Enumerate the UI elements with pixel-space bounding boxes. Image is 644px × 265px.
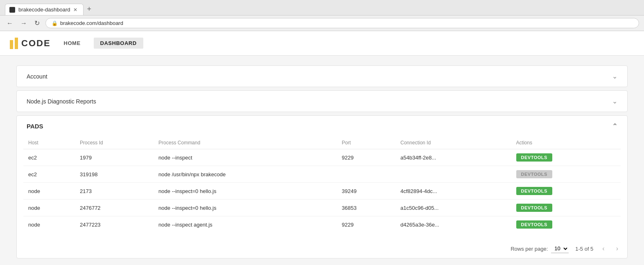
nav-home-link[interactable]: HOME: [64, 38, 81, 48]
cell-process_command-4: node --inspect agent.js: [154, 216, 337, 233]
col-port: Port: [337, 137, 395, 149]
cell-actions-3: DEVTOOLS: [511, 200, 621, 216]
cell-actions-2: DEVTOOLS: [511, 183, 621, 200]
address-bar[interactable]: 🔒 brakecode.com/dashboard: [45, 18, 639, 28]
cell-port-3: 36853: [337, 200, 395, 216]
col-actions: Actions: [511, 137, 621, 149]
logo-bars-icon: [10, 38, 18, 49]
pads-chevron-icon: ⌃: [612, 122, 617, 130]
logo-bar-short: [10, 40, 13, 49]
back-button[interactable]: ←: [5, 19, 15, 28]
browser-chrome: brakecode-dashboard ✕ +: [0, 0, 644, 16]
cell-connection_id-1: [395, 166, 511, 183]
cell-process_id-4: 2477223: [75, 216, 154, 233]
app-header: CODE HOME DASHBOARD: [0, 31, 644, 56]
logo-bar-tall: [15, 38, 18, 49]
cell-host-0: ec2: [23, 149, 75, 166]
nodejs-chevron-icon: ⌄: [612, 97, 617, 105]
col-connection-id: Connection Id: [395, 137, 511, 149]
new-tab-button[interactable]: +: [84, 3, 95, 15]
nodejs-accordion-header[interactable]: Node.js Diagnostic Reports ⌄: [17, 91, 627, 112]
table-row: node2476772node --inspect=0 hello.js3685…: [23, 200, 621, 216]
account-label: Account: [27, 73, 47, 80]
devtools-button-4[interactable]: DEVTOOLS: [516, 220, 552, 229]
pads-header[interactable]: PADS ⌃: [17, 116, 627, 137]
pagination: Rows per page: 5102550 1-5 of 5 ‹ ›: [17, 239, 627, 258]
reload-button[interactable]: ↻: [33, 18, 41, 28]
cell-actions-4: DEVTOOLS: [511, 216, 621, 233]
logo-text: CODE: [21, 38, 51, 49]
nav-dashboard-link[interactable]: DASHBOARD: [94, 38, 143, 49]
cell-port-2: 39249: [337, 183, 395, 200]
table-row: ec21979node --inspect9229a54b34ff-2e8...…: [23, 149, 621, 166]
cell-host-3: node: [23, 200, 75, 216]
col-process-id: Process Id: [75, 137, 154, 149]
pads-section: PADS ⌃ Host Process Id Process Command P…: [16, 115, 628, 258]
cell-process_id-3: 2476772: [75, 200, 154, 216]
rows-per-page-label: Rows per page:: [511, 246, 548, 252]
account-accordion: Account ⌄: [16, 65, 628, 87]
account-chevron-icon: ⌄: [612, 72, 617, 80]
cell-port-4: 9229: [337, 216, 395, 233]
account-accordion-header[interactable]: Account ⌄: [17, 66, 627, 87]
cell-host-4: node: [23, 216, 75, 233]
next-page-button[interactable]: ›: [614, 244, 621, 253]
col-process-command: Process Command: [154, 137, 337, 149]
cell-actions-1: DEVTOOLS: [511, 166, 621, 183]
pads-table: Host Process Id Process Command Port Con…: [23, 137, 621, 233]
lock-icon: 🔒: [52, 20, 58, 26]
devtools-button-3[interactable]: DEVTOOLS: [516, 204, 552, 212]
nodejs-label: Node.js Diagnostic Reports: [27, 98, 96, 105]
cell-process_id-2: 2173: [75, 183, 154, 200]
cell-port-0: 9229: [337, 149, 395, 166]
cell-connection_id-0: a54b34ff-2e8...: [395, 149, 511, 166]
browser-tab-active[interactable]: brakecode-dashboard ✕: [5, 4, 84, 15]
rows-per-page-select[interactable]: 5102550: [551, 244, 569, 253]
devtools-button-1[interactable]: DEVTOOLS: [516, 170, 552, 178]
browser-tabs: brakecode-dashboard ✕ +: [5, 3, 639, 15]
forward-button[interactable]: →: [19, 19, 29, 28]
cell-process_id-0: 1979: [75, 149, 154, 166]
cell-process_id-1: 319198: [75, 166, 154, 183]
url-text: brakecode.com/dashboard: [60, 20, 123, 26]
cell-host-2: node: [23, 183, 75, 200]
browser-address-bar: ← → ↻ 🔒 brakecode.com/dashboard: [0, 16, 644, 31]
col-host: Host: [23, 137, 75, 149]
prev-page-button[interactable]: ‹: [600, 244, 607, 253]
pads-table-wrapper: Host Process Id Process Command Port Con…: [17, 137, 627, 239]
table-row: node2173node --inspect=0 hello.js392494c…: [23, 183, 621, 200]
nodejs-accordion: Node.js Diagnostic Reports ⌄: [16, 90, 628, 112]
tab-favicon: [9, 7, 15, 13]
cell-port-1: [337, 166, 395, 183]
devtools-button-0[interactable]: DEVTOOLS: [516, 153, 552, 162]
logo: CODE: [10, 38, 51, 49]
pagination-info: 1-5 of 5: [575, 246, 593, 252]
pads-label: PADS: [27, 123, 43, 130]
rows-per-page-control: Rows per page: 5102550: [511, 244, 569, 253]
main-content: Account ⌄ Node.js Diagnostic Reports ⌄ P…: [0, 56, 644, 265]
cell-host-1: ec2: [23, 166, 75, 183]
tab-title: brakecode-dashboard: [18, 7, 70, 13]
devtools-button-2[interactable]: DEVTOOLS: [516, 187, 552, 195]
cell-process_command-0: node --inspect: [154, 149, 337, 166]
tab-close-button[interactable]: ✕: [73, 7, 77, 13]
cell-process_command-2: node --inspect=0 hello.js: [154, 183, 337, 200]
cell-process_command-1: node /usr/bin/npx brakecode: [154, 166, 337, 183]
cell-process_command-3: node --inspect=0 hello.js: [154, 200, 337, 216]
cell-connection_id-3: a1c50c96-d05...: [395, 200, 511, 216]
cell-actions-0: DEVTOOLS: [511, 149, 621, 166]
table-row: node2477223node --inspect agent.js9229d4…: [23, 216, 621, 233]
table-row: ec2319198node /usr/bin/npx brakecodeDEVT…: [23, 166, 621, 183]
cell-connection_id-4: d4265a3e-36e...: [395, 216, 511, 233]
cell-connection_id-2: 4cf82894-4dc...: [395, 183, 511, 200]
